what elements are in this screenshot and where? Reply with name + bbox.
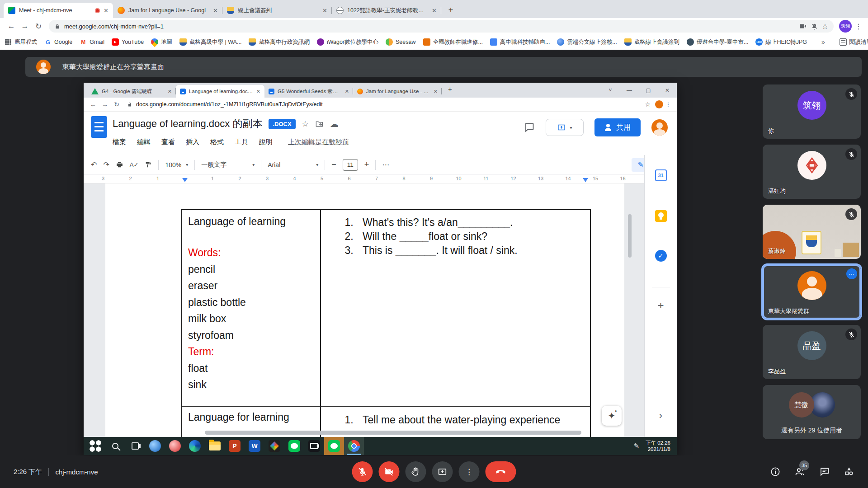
participant-tile-presenter[interactable]: ⋯ 東華大學嚴愛群: [763, 265, 861, 319]
new-tab-button[interactable]: +: [444, 4, 457, 16]
participants-button[interactable]: 35: [794, 466, 806, 478]
present-now-button[interactable]: [432, 461, 453, 482]
camera-app-icon[interactable]: [304, 437, 324, 455]
address-bar[interactable]: meet.google.com/chj-mdcm-nve?pli=1 ☆: [49, 20, 834, 33]
red-orb-app-icon[interactable]: [165, 437, 185, 455]
tab-close-icon[interactable]: ✕: [432, 7, 437, 14]
line-active-icon[interactable]: [324, 437, 344, 455]
bookmark-item[interactable]: 應用程式: [5, 38, 37, 46]
ruler[interactable]: 32112345678910111213141516: [84, 174, 677, 183]
document-page[interactable]: Language of learning Words:pencileraserp…: [105, 183, 624, 437]
participant-tile[interactable]: 潘虹均: [763, 145, 861, 199]
blue-orb-app-icon[interactable]: [145, 437, 165, 455]
add-addon-icon[interactable]: +: [657, 299, 664, 312]
bookmark-item[interactable]: 葳格線上會議簽到: [624, 38, 679, 46]
photos-icon[interactable]: [264, 437, 284, 455]
raise-hand-button[interactable]: [406, 461, 426, 482]
chat-button[interactable]: [819, 466, 830, 477]
browser-tab[interactable]: Meet - chj-mdcm-nve ✕: [4, 3, 113, 18]
menu-item[interactable]: 插入: [186, 138, 199, 146]
win-start-icon[interactable]: [85, 437, 105, 455]
keep-icon[interactable]: [655, 210, 667, 222]
tab-close-icon[interactable]: ✕: [434, 89, 438, 94]
font-size-field[interactable]: 11: [343, 159, 358, 171]
explore-button[interactable]: ✦✦: [602, 406, 622, 426]
taskbar-clock[interactable]: 下午 02:26 2021/11/8: [646, 440, 670, 452]
vertical-scrollbar[interactable]: [627, 183, 632, 437]
powerpoint-icon[interactable]: [225, 437, 245, 455]
bookmark-item[interactable]: 雲端公文線上簽核...: [557, 38, 617, 46]
browser-menu-icon[interactable]: ⋮: [854, 22, 863, 31]
bookmark-item[interactable]: 地圖: [151, 38, 172, 46]
inner-browser-tab[interactable]: G5-Wonderful Seeds 素養導向 ✕: [264, 85, 353, 98]
line-icon[interactable]: [284, 437, 304, 455]
task-view-icon[interactable]: [125, 437, 145, 455]
google-docs-icon[interactable]: [91, 116, 107, 138]
file-explorer-icon[interactable]: [205, 437, 225, 455]
minimize-icon[interactable]: —: [620, 87, 639, 94]
spellcheck-icon[interactable]: A✓: [130, 161, 139, 168]
inner-new-tab-button[interactable]: +: [448, 85, 452, 93]
comment-icon[interactable]: [524, 122, 535, 133]
forward-icon[interactable]: →: [99, 101, 111, 108]
paragraph-style-select[interactable]: 一般文字 ▾: [201, 161, 255, 169]
print-icon[interactable]: [116, 161, 123, 169]
browser-tab[interactable]: Jam for Language Use - Googl ✕: [113, 3, 222, 18]
back-icon[interactable]: ←: [87, 101, 99, 108]
bookmark-item[interactable]: 全國教師在職進修...: [423, 38, 483, 46]
scrollbar-thumb[interactable]: [628, 214, 632, 258]
share-button[interactable]: 共用: [594, 118, 641, 136]
table-cell-left[interactable]: Language of learning Words:pencileraserp…: [182, 210, 321, 406]
meeting-details-button[interactable]: [770, 466, 781, 477]
tasks-icon[interactable]: ✓: [655, 250, 667, 262]
participant-tile[interactable]: 品盈 李品盈: [763, 325, 861, 379]
menu-item[interactable]: 編輯: [137, 138, 151, 146]
inner-browser-tab[interactable]: Jam for Language Use - Googl ✕: [353, 85, 442, 98]
font-size-increase-button[interactable]: +: [364, 160, 369, 169]
hide-side-panel-icon[interactable]: ›: [659, 410, 662, 422]
tab-close-icon[interactable]: ✕: [213, 7, 218, 14]
notifications-blocked-icon[interactable]: [811, 23, 818, 30]
chrome-icon[interactable]: [344, 437, 364, 455]
paint-format-icon[interactable]: [145, 161, 152, 169]
present-to-meeting-button[interactable]: ▾: [546, 119, 584, 136]
browser-tab[interactable]: 線上會議簽到 ✕: [222, 3, 332, 18]
reload-icon[interactable]: ↻: [111, 101, 123, 108]
bookmark-item[interactable]: Google: [44, 38, 72, 46]
leave-call-button[interactable]: [486, 461, 516, 482]
more-options-button[interactable]: ⋮: [459, 461, 480, 482]
participant-overflow-tile[interactable]: 慧徽 還有另外 29 位使用者: [763, 385, 861, 439]
bookmark-item[interactable]: iWagor數位教學中心: [317, 38, 378, 46]
menu-item[interactable]: 查看: [161, 138, 175, 146]
bookmark-item[interactable]: 線上HEIC轉JPG: [755, 38, 807, 46]
maximize-icon[interactable]: ▢: [639, 87, 658, 94]
close-icon[interactable]: ✕: [658, 87, 677, 94]
camera-toggle-button[interactable]: [379, 461, 400, 482]
back-icon[interactable]: ←: [5, 22, 18, 31]
font-size-decrease-button[interactable]: −: [331, 160, 336, 169]
participant-tile-video[interactable]: 蔡淑鈴: [763, 205, 861, 259]
bookmark-item[interactable]: Seesaw: [386, 38, 415, 46]
menu-item[interactable]: 格式: [210, 138, 224, 146]
undo-icon[interactable]: ↶: [91, 160, 97, 169]
word-icon[interactable]: [245, 437, 264, 455]
table-cell-right[interactable]: What's this? It's a/an_________.Will the…: [321, 210, 590, 406]
reading-list-button[interactable]: 閱讀清單: [840, 38, 868, 46]
inner-browser-tab[interactable]: Language of learning.docx 的副 ✕: [176, 85, 264, 98]
inner-address-bar[interactable]: docs.google.com/document/d/1oz_-1MZI1i1g…: [123, 101, 645, 108]
redo-icon[interactable]: ↷: [103, 160, 109, 169]
win-search-icon[interactable]: [105, 437, 125, 455]
tile-menu-button[interactable]: ⋯: [846, 268, 857, 279]
bookmarks-overflow-button[interactable]: »: [821, 38, 825, 46]
menu-item[interactable]: 說明: [259, 138, 273, 146]
window-dropdown-icon[interactable]: ˅: [601, 87, 620, 94]
mic-toggle-button[interactable]: [352, 461, 373, 482]
horizontal-scrollbar[interactable]: [205, 431, 581, 435]
inner-browser-tab[interactable]: G4 - Google 雲端硬碟 ✕: [87, 85, 176, 98]
bookmark-item[interactable]: 優遊台中學-臺中市...: [687, 38, 749, 46]
menu-item[interactable]: 工具: [235, 138, 248, 146]
zoom-select[interactable]: 100% ▾: [165, 161, 188, 169]
tab-close-icon[interactable]: ✕: [104, 7, 108, 14]
bookmark-item[interactable]: YouTube: [112, 38, 144, 46]
reload-icon[interactable]: ↻: [32, 22, 45, 31]
